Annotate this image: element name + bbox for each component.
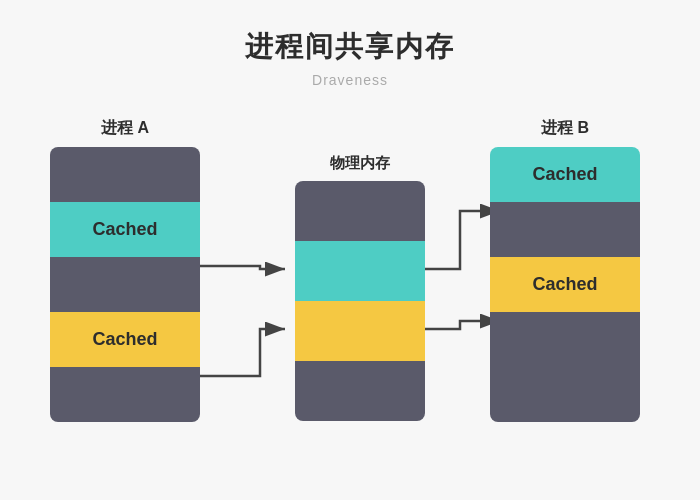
process-b-cached-yellow: Cached	[490, 257, 640, 312]
process-a-container: 进程 A Cached Cached	[50, 118, 200, 422]
phys-seg1	[295, 181, 425, 241]
process-a-cached-yellow: Cached	[50, 312, 200, 367]
process-b-cached-yellow-label: Cached	[532, 274, 597, 295]
phys-seg-yellow	[295, 301, 425, 361]
process-a-label: 进程 A	[101, 118, 149, 139]
process-b-seg4	[490, 312, 640, 367]
process-b-memory: Cached Cached	[490, 147, 640, 422]
arrow-a-yellow-to-phys	[200, 329, 285, 376]
process-a-seg1	[50, 147, 200, 202]
process-b-container: 进程 B Cached Cached	[490, 118, 640, 422]
diagram: 进程 A Cached Cached 物理内存 进程 B Cached	[20, 118, 680, 438]
phys-seg4	[295, 361, 425, 421]
phys-memory-block	[295, 181, 425, 421]
process-a-cached-yellow-label: Cached	[92, 329, 157, 350]
process-a-seg5	[50, 367, 200, 422]
process-b-cached-cyan: Cached	[490, 147, 640, 202]
process-a-seg3	[50, 257, 200, 312]
process-a-cached-cyan: Cached	[50, 202, 200, 257]
arrow-phys-to-b-cyan	[415, 211, 500, 269]
process-b-seg5	[490, 367, 640, 422]
process-a-cached-cyan-label: Cached	[92, 219, 157, 240]
phys-memory-label: 物理内存	[330, 154, 390, 173]
phys-memory-container: 物理内存	[295, 118, 425, 421]
phys-seg-cyan	[295, 241, 425, 301]
arrow-a-cyan-to-phys	[200, 266, 285, 269]
process-b-cached-cyan-label: Cached	[532, 164, 597, 185]
page-title: 进程间共享内存	[245, 28, 455, 66]
process-b-seg2	[490, 202, 640, 257]
process-b-label: 进程 B	[541, 118, 589, 139]
subtitle: Draveness	[312, 72, 388, 88]
arrow-phys-to-b-yellow	[415, 321, 500, 329]
process-a-memory: Cached Cached	[50, 147, 200, 422]
